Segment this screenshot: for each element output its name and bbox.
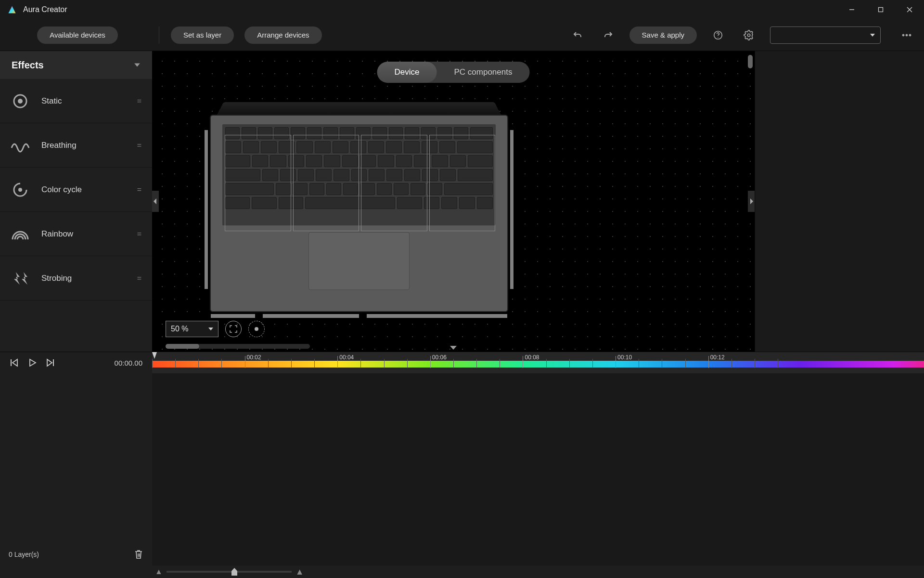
svg-rect-2 — [879, 8, 883, 12]
rainbow-icon — [10, 223, 31, 245]
breathing-icon — [10, 135, 31, 156]
zoom-out-icon: ▲ — [155, 567, 163, 576]
profile-dropdown[interactable] — [770, 26, 881, 44]
chevron-down-icon — [134, 62, 141, 68]
edge-light-right[interactable] — [510, 130, 513, 289]
edge-light-bottom-3[interactable] — [367, 314, 463, 318]
static-icon — [10, 91, 31, 112]
device-touchpad — [308, 232, 410, 290]
device-canvas[interactable]: Device PC components — [152, 51, 755, 352]
minimize-button[interactable] — [837, 0, 866, 19]
svg-marker-20 — [208, 328, 213, 330]
svg-marker-24 — [13, 359, 17, 366]
tab-pc-components[interactable]: PC components — [437, 62, 530, 83]
timeline-current-time: 00:00.00 — [115, 359, 152, 367]
redo-button[interactable] — [599, 26, 618, 45]
device-lid — [217, 102, 501, 115]
effect-item-rainbow[interactable]: Rainbow = — [0, 212, 152, 256]
svg-marker-0 — [9, 6, 16, 13]
drag-handle-icon: = — [137, 274, 142, 283]
canvas-expand-down-button[interactable] — [450, 346, 457, 351]
skip-start-button[interactable] — [7, 355, 21, 370]
settings-button[interactable] — [739, 26, 758, 45]
maximize-button[interactable] — [866, 0, 895, 19]
timeline-zoom-knob[interactable] — [231, 568, 237, 576]
svg-point-6 — [718, 37, 718, 37]
effects-list: Static = Breathing = Color cycle = — [0, 79, 152, 352]
svg-marker-18 — [154, 198, 156, 204]
zoom-value: 50 % — [171, 325, 188, 333]
edge-light-bottom-2[interactable] — [263, 314, 359, 318]
effect-item-strobing[interactable]: Strobing = — [0, 256, 152, 301]
canvas-horizontal-scrollbar[interactable] — [166, 344, 310, 349]
timeline-tracks[interactable] — [152, 373, 924, 565]
ruler-tick-label: 00:02 — [247, 354, 261, 361]
effect-item-static[interactable]: Static = — [0, 79, 152, 123]
svg-marker-19 — [750, 198, 753, 204]
timeline: 00:00.00 00:0200:0400:0600:0800:1000:12 … — [0, 352, 924, 578]
set-as-layer-button[interactable]: Set as layer — [171, 26, 234, 44]
effect-item-breathing[interactable]: Breathing = — [0, 123, 152, 168]
edge-light-bottom-4[interactable] — [463, 314, 507, 318]
drag-handle-icon: = — [137, 97, 142, 105]
tab-device[interactable]: Device — [377, 62, 437, 83]
ruler-tick-label: 00:06 — [432, 354, 447, 361]
color-cycle-icon — [10, 179, 31, 200]
effect-item-color-cycle[interactable]: Color cycle = — [0, 168, 152, 212]
arrange-devices-button[interactable]: Arrange devices — [244, 26, 321, 44]
toolbar: Available devices Set as layer Arrange d… — [0, 19, 924, 51]
ruler-tick-label: 00:04 — [339, 354, 354, 361]
device-keyboard[interactable] — [222, 124, 496, 225]
undo-button[interactable] — [568, 26, 587, 45]
svg-marker-12 — [134, 64, 140, 67]
edge-light-bottom-1[interactable] — [211, 314, 255, 318]
canvas-vertical-scrollbar[interactable] — [748, 55, 753, 276]
properties-panel — [755, 51, 924, 352]
titlebar: Aura Creator — [0, 0, 924, 19]
play-button[interactable] — [25, 355, 39, 370]
svg-marker-22 — [450, 346, 457, 350]
device-base — [210, 115, 508, 312]
app-logo — [8, 5, 16, 14]
collapse-right-button[interactable] — [748, 191, 755, 212]
save-apply-button[interactable]: Save & apply — [629, 26, 697, 44]
svg-rect-23 — [11, 359, 12, 366]
drag-handle-icon: = — [137, 141, 142, 150]
help-button[interactable] — [708, 26, 728, 45]
available-devices-button[interactable]: Available devices — [37, 26, 118, 44]
effect-label: Color cycle — [41, 185, 137, 195]
svg-marker-16 — [14, 272, 20, 285]
edge-light-left[interactable] — [205, 130, 208, 289]
ruler-tick-label: 00:08 — [525, 354, 539, 361]
effects-header[interactable]: Effects — [0, 51, 152, 79]
effect-label: Breathing — [41, 141, 137, 150]
timeline-ruler[interactable]: 00:0200:0400:0600:0800:1000:12 — [152, 352, 924, 373]
canvas-zoom-controls: 50 % — [166, 321, 265, 337]
effects-panel: Effects Static = Breathing = — [0, 51, 152, 352]
view-tabs: Device PC components — [377, 62, 530, 83]
layers-count: 0 Layer(s) — [9, 551, 39, 558]
delete-layer-button[interactable] — [134, 549, 143, 560]
effect-label: Rainbow — [41, 229, 137, 239]
close-button[interactable] — [895, 0, 924, 19]
timeline-zoom-slider[interactable]: ▲ ▲ — [0, 565, 924, 578]
svg-point-15 — [18, 188, 22, 192]
center-target-button[interactable] — [248, 321, 265, 337]
svg-point-9 — [902, 34, 904, 36]
effect-label: Static — [41, 96, 137, 106]
svg-point-7 — [747, 34, 750, 37]
main-area: Effects Static = Breathing = — [0, 51, 924, 352]
timeline-controls: 00:00.00 00:0200:0400:0600:0800:1000:12 — [0, 352, 924, 373]
device-laptop[interactable] — [210, 90, 508, 302]
timeline-layers-column: 0 Layer(s) — [0, 373, 152, 565]
fit-to-screen-button[interactable] — [225, 321, 242, 337]
zoom-select[interactable]: 50 % — [166, 321, 218, 337]
skip-end-button[interactable] — [43, 355, 58, 370]
app-title: Aura Creator — [23, 5, 67, 14]
svg-marker-8 — [870, 34, 875, 37]
svg-rect-27 — [53, 359, 54, 366]
more-button[interactable] — [897, 26, 916, 45]
ruler-tick-label: 00:12 — [710, 354, 725, 361]
collapse-left-button[interactable] — [152, 191, 159, 212]
effect-label: Strobing — [41, 274, 137, 283]
